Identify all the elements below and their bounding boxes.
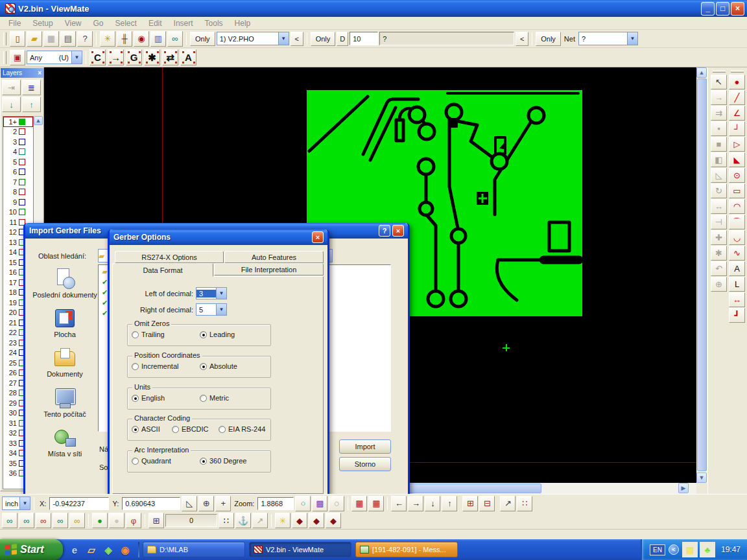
menu-go[interactable]: Go [88, 18, 110, 29]
diamond-dot-icon[interactable]: ◆ [326, 513, 341, 528]
grid-full-icon[interactable]: ▦ [368, 496, 384, 511]
tab-rs274x-options[interactable]: RS274-X Options [115, 251, 224, 263]
chevron-down-icon[interactable]: ▼ [627, 32, 637, 45]
quick-book-icon[interactable]: ◈ [102, 543, 115, 556]
layer-row-10[interactable]: 10 [3, 207, 33, 218]
select-text-button[interactable]: A [180, 49, 196, 65]
draw-elbow-icon[interactable]: ┛ [729, 308, 745, 323]
radio-ebcdic[interactable]: EBCDIC [172, 425, 219, 433]
zoom-field[interactable]: 1.8868 [257, 497, 294, 510]
layer-color-swatch[interactable] [19, 209, 25, 215]
print-icon[interactable]: ▤ [60, 31, 76, 47]
only-net-button[interactable]: Only [536, 32, 561, 46]
place-network-places[interactable]: Místa v síti [32, 427, 98, 458]
place-my-computer[interactable]: Tento počítač [32, 388, 98, 419]
dcode-red-icon[interactable]: ◉ [134, 31, 149, 47]
layer-row-1+[interactable]: 1+ [3, 117, 33, 127]
draw-pad-icon[interactable]: ● [729, 75, 745, 89]
view-dcodes-icon[interactable]: ∞ [2, 513, 18, 528]
layer-row-4[interactable]: 4 [3, 147, 33, 158]
active-layer-select[interactable]: 1) V2.PHO ▼ [217, 32, 289, 45]
flash-pattern-icon[interactable]: ✳ [275, 513, 290, 528]
selection-filter-select[interactable]: Any (U) ▼ [27, 51, 82, 64]
layer-setup-icon[interactable]: ≣ [22, 80, 41, 95]
layer-color-swatch[interactable] [19, 139, 25, 145]
selection-marker-icon[interactable]: ▣ [10, 50, 25, 65]
draw-corner-icon[interactable]: ┘ [729, 121, 745, 136]
scroll-down-icon[interactable]: ▼ [696, 472, 707, 483]
lamp-on-icon[interactable]: ● [92, 513, 108, 528]
grid-numbers-icon[interactable]: ▦ [351, 496, 367, 511]
lamp-off-icon[interactable]: ● [109, 513, 124, 528]
radio-quadrant[interactable]: Quadrant [132, 457, 200, 465]
draw-dimension-icon[interactable]: ↔ [729, 292, 745, 307]
diamond-pattern-icon[interactable]: ◆ [292, 513, 307, 528]
layer-row-6[interactable]: 6 [3, 167, 33, 178]
place-documents[interactable]: Dokumenty [32, 347, 98, 379]
close-button[interactable]: × [312, 231, 324, 243]
draw-label-icon[interactable]: L [729, 277, 745, 292]
toolbar-drag-handle[interactable] [731, 70, 744, 73]
open-file-icon[interactable]: ▰ [27, 31, 42, 47]
pan-up-icon[interactable]: ↑ [442, 496, 457, 511]
chevron-down-icon[interactable]: ▼ [216, 304, 226, 315]
draw-rectangle-icon[interactable]: ▭ [729, 183, 745, 198]
scroll-right-icon[interactable]: ▶ [678, 483, 689, 493]
relative-origin-icon[interactable]: + [215, 496, 231, 511]
toolbar-drag-handle[interactable] [3, 51, 6, 64]
help-button[interactable]: ? [379, 225, 390, 237]
layer-color-swatch[interactable] [19, 119, 25, 125]
menu-setup[interactable]: Setup [27, 18, 58, 29]
place-recent-documents[interactable]: Poslední dokumenty [32, 268, 98, 299]
chevron-down-icon[interactable]: ▼ [278, 32, 289, 45]
stretch-select-icon[interactable]: ↗ [500, 496, 516, 511]
pan-right-icon[interactable]: → [408, 496, 423, 511]
tray-im-icon[interactable]: ▤ [682, 542, 698, 557]
dcode-label-button[interactable]: D [337, 32, 348, 46]
net-select[interactable]: ? ▼ [578, 32, 638, 45]
draw-triangle-icon[interactable]: ◣ [729, 152, 745, 167]
view-pads-icon[interactable]: ∞ [36, 513, 51, 528]
radio-metric[interactable]: Metric [200, 394, 268, 402]
dcode-input[interactable]: 10 [350, 32, 378, 45]
layer-colors-icon[interactable]: ▥ [150, 31, 166, 47]
view-all-icon[interactable]: ∞ [69, 513, 85, 528]
layer-color-swatch[interactable] [19, 159, 25, 165]
radio-360-degree[interactable]: 360 Degree [200, 457, 268, 465]
layer-color-swatch[interactable] [19, 148, 25, 155]
menu-view[interactable]: View [59, 18, 88, 29]
four-view-icon[interactable]: ⊞ [148, 513, 164, 528]
menu-file[interactable]: File [3, 18, 27, 29]
task-viewmate[interactable]: V2.bin - ViewMate [249, 542, 351, 557]
only-dcode-button[interactable]: Only [311, 32, 336, 46]
select-arrow-button[interactable]: → [108, 49, 124, 65]
radio-absolute[interactable]: Absolute [200, 362, 268, 370]
radio-eia-rs-244[interactable]: EIA RS-244 [219, 425, 268, 433]
radio-english[interactable]: English [132, 394, 200, 402]
layer-row-8[interactable]: 8 [3, 187, 33, 198]
context-help-icon[interactable]: ? [77, 31, 93, 47]
menu-select[interactable]: Select [110, 18, 143, 29]
chevron-down-icon[interactable]: ▼ [216, 288, 226, 299]
draw-arc-icon[interactable]: ◠ [729, 199, 745, 214]
show-desktop-icon[interactable]: ▱ [85, 543, 98, 556]
dcode-tools-icon[interactable]: ╫ [117, 31, 132, 47]
layer-color-swatch[interactable] [19, 199, 25, 205]
inspect-glasses-icon[interactable]: ∞ [167, 31, 183, 47]
chevron-down-icon[interactable]: ▼ [19, 497, 30, 509]
zoom-grid-icon[interactable]: ▩ [312, 496, 327, 511]
zoom-selection-icon[interactable]: ◌ [329, 496, 344, 511]
layer-down-icon[interactable]: ↓ [2, 97, 21, 112]
layer-color-swatch[interactable] [19, 169, 25, 175]
dot-grid-icon[interactable]: ∷ [219, 513, 234, 528]
firefox-icon[interactable]: ◉ [119, 543, 132, 556]
chevron-down-icon[interactable]: ▼ [71, 51, 82, 64]
draw-line-icon[interactable]: ╱ [729, 90, 745, 105]
layer-row-9[interactable]: 9 [3, 197, 33, 207]
layer-up-icon[interactable]: ↑ [22, 97, 41, 112]
zoom-tool-icon[interactable]: ○ [295, 496, 311, 511]
layer-color-swatch[interactable] [19, 179, 25, 185]
dots-select-icon[interactable]: ∷ [517, 496, 532, 511]
draw-curve-icon[interactable]: ⌒ [729, 215, 745, 229]
prev-dcode-button[interactable]: < [516, 32, 528, 46]
